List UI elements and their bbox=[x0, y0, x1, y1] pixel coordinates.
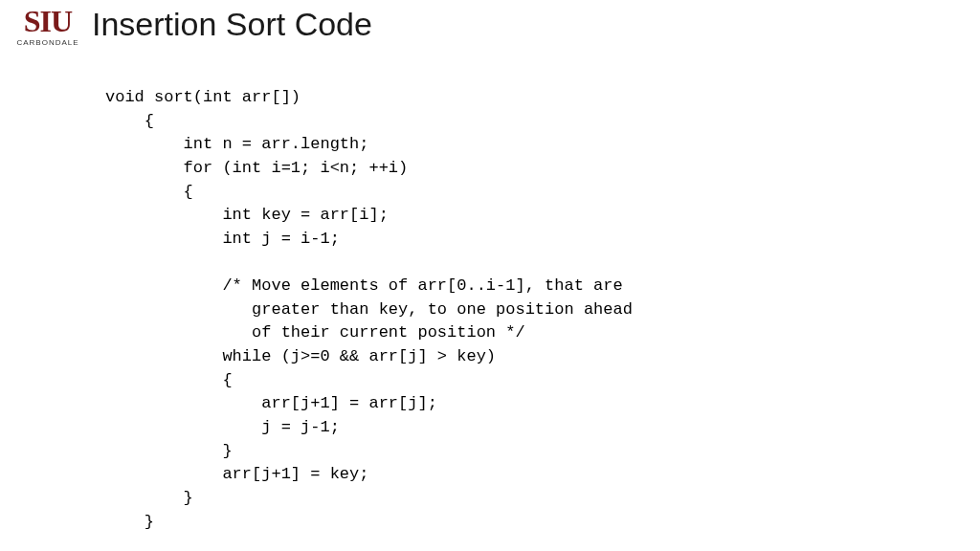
logo-campus: CARBONDALE bbox=[10, 38, 86, 47]
code-line: /* Move elements of arr[0..i-1], that ar… bbox=[105, 276, 623, 295]
code-line: greater than key, to one position ahead bbox=[105, 300, 633, 319]
code-line: { bbox=[105, 371, 233, 389]
code-line: } bbox=[105, 489, 193, 507]
logo-brand: SIU bbox=[10, 6, 86, 36]
code-line: int n = arr.length; bbox=[105, 135, 368, 153]
code-line: while (j>=0 && arr[j] > key) bbox=[105, 347, 496, 365]
slide-title: Insertion Sort Code bbox=[92, 6, 372, 43]
logo: SIU CARBONDALE bbox=[10, 6, 86, 47]
code-line: j = j-1; bbox=[105, 418, 340, 436]
code-line: } bbox=[105, 513, 154, 531]
code-line: int key = arr[i]; bbox=[105, 206, 389, 224]
code-line: void sort(int arr[]) bbox=[105, 88, 301, 106]
code-line: int j = i-1; bbox=[105, 230, 340, 248]
code-line: arr[j+1] = arr[j]; bbox=[105, 394, 437, 412]
code-line: for (int i=1; i<n; ++i) bbox=[105, 159, 408, 177]
code-line: of their current position */ bbox=[105, 323, 525, 342]
slide: SIU CARBONDALE Insertion Sort Code void … bbox=[0, 0, 980, 551]
code-line: arr[j+1] = key; bbox=[105, 465, 368, 483]
code-line: { bbox=[105, 112, 154, 130]
code-block: void sort(int arr[]) { int n = arr.lengt… bbox=[105, 86, 633, 534]
code-line: } bbox=[105, 442, 233, 460]
code-line: { bbox=[105, 183, 193, 201]
